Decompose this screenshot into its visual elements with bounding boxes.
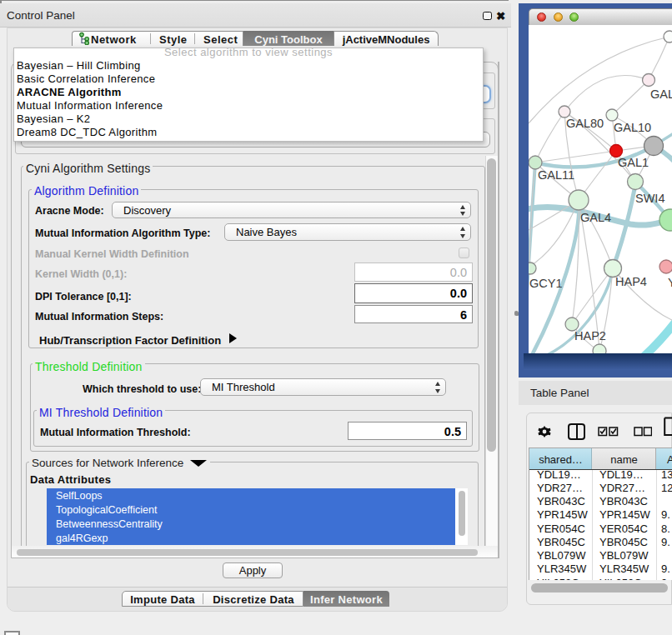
svg-text:HAP2: HAP2: [574, 329, 606, 342]
svg-text:GAL10: GAL10: [614, 121, 651, 134]
svg-text:GAL1: GAL1: [618, 156, 649, 169]
svg-text:GAL4: GAL4: [580, 211, 611, 224]
svg-text:SWI4: SWI4: [635, 192, 664, 205]
svg-text:GCY1: GCY1: [529, 277, 563, 290]
svg-text:GAL7: GAL7: [650, 88, 672, 101]
svg-text:Y: Y: [668, 276, 672, 289]
svg-text:GAL11: GAL11: [538, 168, 574, 182]
svg-text:GAL80: GAL80: [566, 117, 604, 130]
svg-text:HAP4: HAP4: [615, 275, 647, 288]
